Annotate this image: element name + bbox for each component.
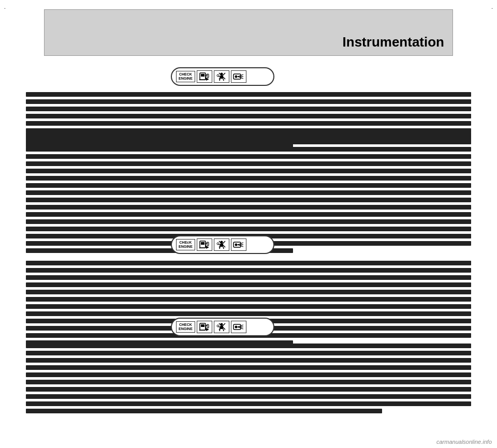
wrench-icon-2 (214, 238, 229, 251)
page-mark-left: . (4, 4, 6, 10)
indicator-cluster-2: CHEcK ENGINE ▶ (171, 235, 274, 254)
svg-marker-25 (199, 248, 206, 248)
text-line (26, 401, 471, 406)
text-line (26, 219, 471, 224)
text-line (26, 205, 471, 210)
text-line (26, 387, 471, 392)
header-bar: Instrumentation (44, 9, 453, 56)
svg-line-50 (223, 329, 224, 331)
svg-rect-41 (201, 324, 204, 327)
svg-line-30 (223, 247, 224, 249)
svg-marker-45 (199, 330, 206, 331)
check-engine-label-2: CHEcK ENGINE (176, 239, 195, 250)
text-line (26, 99, 471, 104)
text-line (26, 212, 471, 217)
text-line (26, 92, 471, 97)
text-block-4 (26, 344, 471, 416)
fuel-icon-1: ▶ (197, 70, 212, 83)
text-line (26, 147, 471, 152)
svg-point-19 (235, 76, 237, 78)
text-line (26, 161, 471, 166)
wrench-icon-1 (214, 70, 229, 83)
text-line (26, 190, 471, 195)
watermark: carmanualsonline.info (436, 439, 492, 445)
check-engine-label-3: CHECK ENGINE (176, 321, 195, 332)
text-line (26, 275, 471, 280)
text-line (26, 121, 471, 126)
text-line (26, 351, 471, 355)
svg-rect-1 (201, 74, 204, 77)
text-line (26, 282, 471, 287)
text-line (26, 311, 471, 316)
text-line (26, 114, 471, 118)
svg-marker-5 (199, 80, 206, 80)
text-line (26, 183, 471, 188)
text-line (26, 344, 471, 348)
text-line (26, 380, 471, 384)
fuel-icon-3: ▶ (197, 321, 212, 333)
svg-point-32 (217, 243, 219, 245)
svg-rect-21 (201, 242, 204, 245)
svg-point-59 (235, 326, 237, 328)
svg-line-10 (223, 79, 224, 81)
text-line (26, 409, 382, 413)
indicator-cluster-1: CHECK ENGINE ▶ (171, 67, 274, 86)
text-line (26, 304, 471, 309)
svg-point-39 (235, 244, 237, 246)
text-line (26, 227, 471, 231)
text-line (26, 198, 471, 202)
fuel-icon-2: ▶ (197, 238, 212, 251)
battery-icon-1 (231, 70, 246, 83)
indicator-cluster-3: CHECK ENGINE ▶ (171, 318, 274, 336)
svg-point-52 (217, 325, 219, 327)
page-mark-right: . (491, 4, 493, 10)
text-line (26, 365, 471, 370)
text-line (26, 154, 471, 159)
battery-icon-3 (231, 321, 246, 333)
text-line (26, 290, 471, 294)
text-line (26, 372, 471, 377)
text-line (26, 261, 471, 265)
svg-point-12 (217, 74, 219, 77)
check-engine-label-1: CHECK ENGINE (176, 71, 195, 82)
text-line (26, 140, 471, 144)
text-line (26, 176, 471, 181)
wrench-icon-3 (214, 321, 229, 333)
text-line (26, 107, 471, 111)
text-line (26, 132, 471, 137)
text-line (26, 358, 471, 363)
text-line (26, 268, 471, 273)
page-title: Instrumentation (343, 34, 444, 50)
battery-icon-2 (231, 238, 246, 251)
text-line (26, 169, 471, 173)
text-line (26, 297, 471, 302)
text-line (26, 394, 471, 399)
